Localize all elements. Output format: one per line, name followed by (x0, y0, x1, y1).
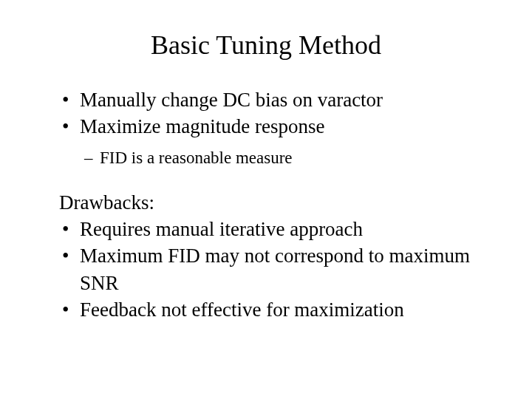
drawbacks-label: Drawbacks: (59, 191, 473, 214)
bullet-item: Manually change DC bias on varactor (59, 86, 473, 113)
bullet-item: Requires manual iterative approach (59, 216, 473, 242)
sub-bullet-list: FID is a reasonable measure (59, 146, 473, 169)
slide-title: Basic Tuning Method (59, 30, 473, 61)
sub-bullet-item: FID is a reasonable measure (59, 146, 473, 169)
main-bullet-list-2: Requires manual iterative approach Maxim… (59, 216, 473, 324)
bullet-item: Maximum FID may not correspond to maximu… (59, 242, 473, 296)
bullet-item: Feedback not effective for maximization (59, 296, 473, 323)
bullet-item: Maximize magnitude response (59, 113, 473, 140)
main-bullet-list-1: Manually change DC bias on varactor Maxi… (59, 86, 473, 140)
